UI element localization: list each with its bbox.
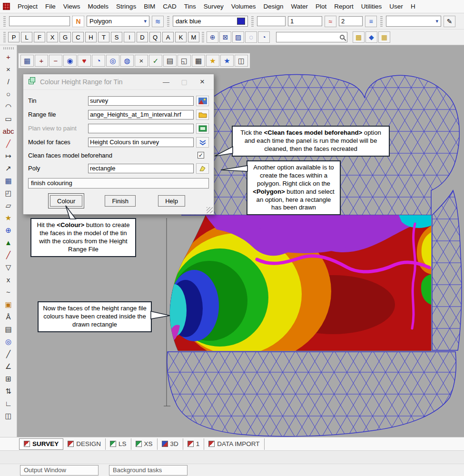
favourites-tool[interactable]: ★ — [2, 212, 15, 224]
weight-input[interactable] — [288, 16, 322, 26]
notes-tool[interactable]: ▤ — [2, 323, 15, 335]
magnify-icon[interactable]: ◍ — [120, 55, 134, 67]
function-key-i[interactable]: I — [124, 32, 135, 42]
menu-project[interactable]: Project — [14, 1, 41, 12]
arrow-tool[interactable]: ↗ — [2, 162, 15, 174]
symbol-tool[interactable]: ↦ — [2, 150, 15, 162]
menu-utilities[interactable]: Utilities — [357, 1, 386, 12]
zoom-in-icon[interactable]: + — [35, 55, 48, 67]
circle-tool[interactable]: ○ — [2, 88, 15, 100]
output-window-button[interactable]: Output Window — [20, 465, 99, 476]
box-tool[interactable]: ▣ — [2, 298, 15, 310]
window-tool[interactable]: ◫ — [2, 410, 15, 422]
text-tool[interactable]: abc — [2, 125, 15, 137]
tab-survey[interactable]: SURVEY — [19, 438, 63, 450]
snap-cut-icon[interactable]: × — [135, 55, 148, 67]
table-icon[interactable]: ▦ — [192, 55, 205, 67]
function-key-d[interactable]: D — [137, 32, 148, 42]
curve-tool[interactable]: ~ — [2, 286, 15, 298]
plan-view[interactable]: ▦+−◉♥◔◎◍×✓▤◱▦★★◫ Colour Height Range for… — [17, 45, 464, 437]
linetype-input[interactable] — [339, 16, 363, 26]
menu-design[interactable]: Design — [260, 1, 287, 12]
line-tool[interactable]: / — [2, 76, 15, 88]
model-add-icon[interactable]: ◆ — [365, 31, 377, 43]
view-window-tool[interactable]: ◰ — [2, 187, 15, 199]
poly-input[interactable] — [88, 164, 194, 173]
pick-icon[interactable]: ♥ — [78, 55, 91, 67]
snap-hatch-icon[interactable]: ▨ — [232, 31, 244, 43]
target-tool[interactable]: ◎ — [2, 336, 15, 347]
menu-file[interactable]: File — [41, 1, 59, 12]
tin-picker-button[interactable] — [196, 96, 209, 106]
grid-tool[interactable]: ▦ — [2, 175, 15, 187]
tab-data-import[interactable]: DATA IMPORT — [204, 438, 264, 450]
star-yellow-icon[interactable]: ★ — [206, 55, 219, 67]
models-folder-icon[interactable]: ▩ — [353, 31, 365, 43]
rectangle-tool[interactable]: ▭ — [2, 113, 15, 125]
copy-icon[interactable]: ◱ — [178, 55, 191, 67]
plan-view-icon[interactable]: ▦ — [20, 55, 34, 67]
function-key-k[interactable]: K — [175, 32, 187, 42]
menu-plot[interactable]: Plot — [312, 1, 330, 12]
zoom-previous-icon[interactable]: ◎ — [106, 55, 119, 67]
pen-icon[interactable]: ✎ — [444, 16, 455, 27]
search-icon[interactable] — [340, 35, 345, 40]
model-for-faces-input[interactable] — [88, 138, 194, 147]
menu-user[interactable]: User — [385, 1, 407, 12]
function-key-p[interactable]: P — [8, 32, 20, 42]
snap-arc-icon[interactable]: ◔ — [258, 31, 270, 43]
measure-tool[interactable]: ⇅ — [2, 385, 15, 397]
pan-tool[interactable]: ⊕ — [2, 224, 15, 236]
print-icon[interactable]: ▤ — [163, 55, 177, 67]
tick-icon[interactable]: ✓ — [149, 55, 162, 67]
snap-box-icon[interactable]: ⊠ — [219, 31, 231, 43]
menu-cad[interactable]: CAD — [159, 1, 180, 12]
shape-select[interactable]: Polygon ▾ — [87, 16, 149, 27]
menu-water[interactable]: Water — [287, 1, 312, 12]
arc-tool[interactable]: ◠ — [2, 100, 15, 112]
menu-models[interactable]: Models — [84, 1, 113, 12]
poly-pick-button[interactable] — [196, 163, 209, 174]
menu-survey[interactable]: Survey — [200, 1, 227, 12]
clean-faces-checkbox[interactable]: ✓ — [197, 152, 204, 159]
delete-tool[interactable]: × — [2, 63, 15, 75]
range-file-input[interactable] — [88, 110, 194, 119]
function-key-t[interactable]: T — [98, 32, 109, 42]
table-tool[interactable]: ⊞ — [2, 373, 15, 385]
function-key-g[interactable]: G — [59, 32, 71, 42]
function-key-m[interactable]: M — [188, 32, 199, 42]
snap-circle-icon[interactable]: ◌ — [245, 31, 257, 43]
finish-button[interactable]: Finish — [105, 195, 136, 207]
linestyle-zigzag-icon[interactable]: ≈ — [325, 16, 336, 27]
tab-3d[interactable]: 3D — [158, 438, 183, 450]
angle-tool[interactable]: ∠ — [2, 360, 15, 372]
function-key-a[interactable]: A — [162, 32, 174, 42]
tab-xs[interactable]: XS — [131, 438, 158, 450]
pencil-tool[interactable]: ╱ — [2, 348, 15, 360]
models-chevrons-icon[interactable]: ≋ — [152, 16, 164, 27]
menu-tins[interactable]: Tins — [180, 1, 200, 12]
zoom-window-icon[interactable]: ◉ — [63, 55, 77, 67]
menu-volumes[interactable]: Volumes — [227, 1, 260, 12]
menu-views[interactable]: Views — [59, 1, 84, 12]
plan-view-input[interactable] — [88, 124, 194, 133]
zoom-out-icon[interactable]: − — [49, 55, 62, 67]
snap-point-icon[interactable]: ⊕ — [207, 31, 218, 43]
level-tool[interactable]: ∟ — [2, 397, 15, 409]
tab-1[interactable]: 1 — [183, 438, 205, 450]
shape-tool[interactable]: ▱ — [2, 199, 15, 211]
model-chooser-button[interactable] — [196, 137, 209, 148]
function-key-s[interactable]: S — [111, 32, 122, 42]
translate-tool[interactable]: + — [2, 51, 15, 63]
tab-design[interactable]: DESIGN — [63, 438, 106, 450]
function-key-q[interactable]: Q — [149, 32, 161, 42]
dialog-titlebar[interactable]: Colour Height Range for Tin — ▢ × — [23, 74, 214, 90]
help-button[interactable]: Help — [158, 195, 185, 207]
colour-select[interactable]: dark blue — [173, 16, 248, 27]
erase-tool[interactable]: x — [2, 274, 15, 286]
close-button[interactable]: × — [195, 77, 209, 87]
function-key-x[interactable]: X — [47, 32, 58, 42]
minimize-button[interactable]: — — [159, 78, 173, 86]
menu-strings[interactable]: Strings — [112, 1, 140, 12]
function-key-c[interactable]: C — [72, 32, 84, 42]
